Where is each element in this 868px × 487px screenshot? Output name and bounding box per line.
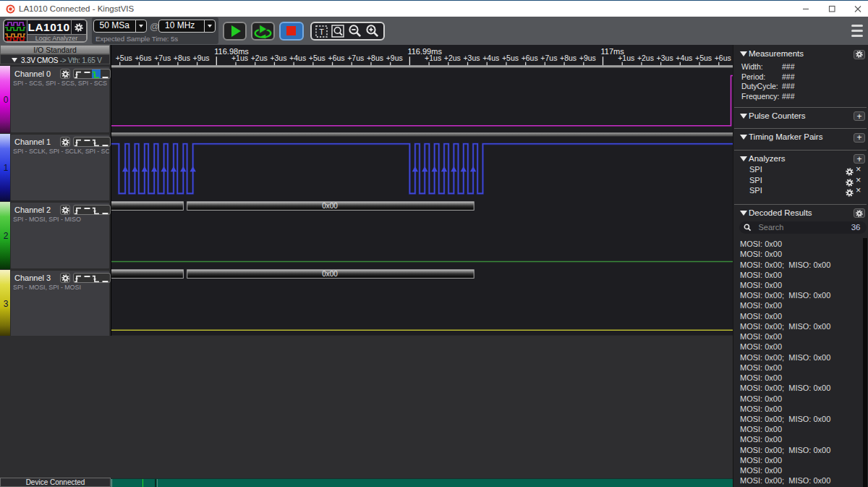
svg-text:+4us: +4us bbox=[482, 54, 499, 62]
svg-text:+3us: +3us bbox=[270, 54, 286, 62]
svg-text:+7us: +7us bbox=[347, 54, 364, 62]
svg-text:+8us: +8us bbox=[367, 54, 383, 62]
svg-text:+2us: +2us bbox=[444, 54, 461, 62]
svg-text:+2us: +2us bbox=[637, 54, 654, 62]
svg-text:+9us: +9us bbox=[193, 54, 210, 62]
svg-text:0x00: 0x00 bbox=[322, 270, 338, 278]
svg-text:+6us: +6us bbox=[522, 54, 538, 62]
svg-text:+9us: +9us bbox=[579, 54, 596, 62]
svg-text:+4us: +4us bbox=[289, 54, 306, 62]
svg-text:+8us: +8us bbox=[560, 54, 576, 62]
svg-text:+1us: +1us bbox=[425, 54, 441, 62]
svg-text:+5us: +5us bbox=[116, 54, 132, 62]
svg-text:T: T bbox=[320, 27, 325, 35]
svg-text:0x00: 0x00 bbox=[322, 202, 338, 210]
svg-text:+1us: +1us bbox=[231, 54, 248, 62]
svg-text:+6us: +6us bbox=[135, 54, 151, 62]
svg-text:+6us: +6us bbox=[715, 54, 731, 62]
svg-text:+4us: +4us bbox=[676, 54, 692, 62]
svg-text:+1us: +1us bbox=[618, 54, 634, 62]
svg-text:+2us: +2us bbox=[251, 54, 268, 62]
svg-text:+5us: +5us bbox=[695, 54, 712, 62]
svg-text:+7us: +7us bbox=[154, 54, 171, 62]
svg-text:+5us: +5us bbox=[502, 54, 519, 62]
svg-text:+8us: +8us bbox=[174, 54, 190, 62]
svg-text:+7us: +7us bbox=[540, 54, 557, 62]
svg-text:+9us: +9us bbox=[386, 54, 403, 62]
svg-text:+6us: +6us bbox=[328, 54, 345, 62]
svg-text:+5us: +5us bbox=[309, 54, 326, 62]
svg-text:+3us: +3us bbox=[463, 54, 480, 62]
svg-text:+3us: +3us bbox=[657, 54, 673, 62]
